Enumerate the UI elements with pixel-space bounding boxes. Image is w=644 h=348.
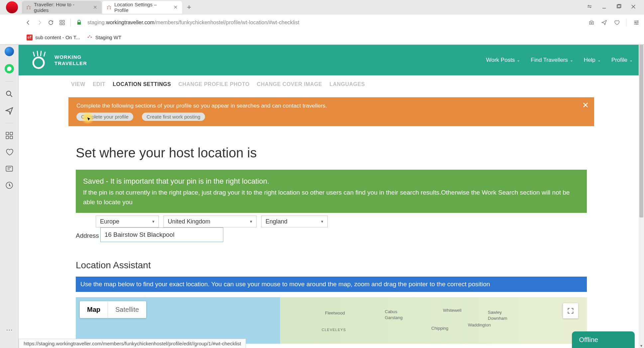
map-place-label: Fleetwood <box>325 310 345 315</box>
flow-icon[interactable] <box>5 106 14 115</box>
heart-icon[interactable] <box>614 19 620 26</box>
speed-dial-icon[interactable] <box>59 20 65 26</box>
chevron-down-icon: ▼ <box>152 219 155 223</box>
page-heading: Set where your host location is <box>76 145 644 160</box>
address-input[interactable] <box>100 227 223 242</box>
map-type-control: Map Satellite <box>80 301 146 318</box>
map-place-label: Whitewell <box>443 308 462 313</box>
map[interactable]: Map Satellite Fleetwood CLEVELEYS Cabus … <box>76 297 587 344</box>
browser-tab[interactable]: Traveller: How to - guides ✕ <box>22 1 102 14</box>
scrollbar-down-icon[interactable]: ▼ <box>639 343 644 348</box>
easy-setup-icon[interactable] <box>633 19 639 26</box>
continent-select[interactable]: Europe▼ <box>96 216 159 227</box>
bookmark-item[interactable]: oT sub content - On T... <box>27 35 80 41</box>
nav-work-posts[interactable]: Work Posts⌄ <box>486 57 520 63</box>
nav-help[interactable]: Help⌄ <box>584 57 601 63</box>
send-icon[interactable] <box>601 19 607 26</box>
history-icon[interactable] <box>5 181 14 190</box>
tab-change-cover[interactable]: CHANGE COVER IMAGE <box>257 81 322 87</box>
tab-languages[interactable]: LANGUAGES <box>329 81 365 87</box>
scrollbar[interactable]: ▼ <box>639 45 644 348</box>
svg-rect-13 <box>6 166 13 171</box>
site-header: WORKING TRAVELLER Work Posts⌄ Find Trave… <box>19 45 644 75</box>
svg-point-8 <box>6 91 11 95</box>
easy-setup-icon[interactable] <box>587 4 592 11</box>
fullscreen-button[interactable] <box>563 303 578 318</box>
page-content: WORKING TRAVELLER Work Posts⌄ Find Trave… <box>19 45 644 348</box>
region-select[interactable]: England▼ <box>261 216 328 227</box>
banner-close-button[interactable]: ✕ <box>582 101 589 110</box>
tab-title: Location Settings – Profile <box>114 2 171 13</box>
tab-location-settings[interactable]: LOCATION SETTINGS <box>113 81 171 87</box>
messenger-icon[interactable] <box>5 47 14 56</box>
chevron-down-icon: ⌄ <box>517 58 520 62</box>
search-icon[interactable] <box>5 90 14 98</box>
site-favicon-icon <box>106 5 112 10</box>
separator <box>6 123 13 123</box>
map-type-map-button[interactable]: Map <box>80 301 108 318</box>
snapshot-icon[interactable] <box>589 19 594 26</box>
nav-profile[interactable]: Profile⌄ <box>611 57 633 63</box>
speed-dial-icon[interactable] <box>5 131 14 140</box>
tab-title: Traveller: How to - guides <box>34 2 90 13</box>
bookmarks-bar: oT sub content - On T... Staging WT <box>0 31 644 44</box>
location-assistant-heading: Location Assistant <box>76 260 644 271</box>
bookmark-label: Staging WT <box>95 35 121 40</box>
map-type-satellite-button[interactable]: Satellite <box>108 301 146 318</box>
more-icon[interactable]: ⋯ <box>6 326 13 334</box>
url-display[interactable]: staging.workingtraveller.com/members/fun… <box>87 20 583 26</box>
bookmark-favicon-icon <box>87 35 93 41</box>
browser-tab-active[interactable]: Location Settings – Profile ✕ <box>102 1 182 14</box>
map-place-label: CLEVELEYS <box>322 328 346 332</box>
nav-forward-button[interactable] <box>37 20 43 26</box>
bookmarks-heart-icon[interactable] <box>5 148 14 156</box>
svg-rect-5 <box>60 23 61 25</box>
status-bar: https://staging.workingtraveller.com/mem… <box>19 339 246 348</box>
whatsapp-icon[interactable] <box>5 64 14 73</box>
svg-rect-11 <box>6 136 9 139</box>
svg-rect-12 <box>10 136 13 139</box>
svg-rect-4 <box>63 20 64 22</box>
nav-find-travellers[interactable]: Find Travellers⌄ <box>531 57 573 63</box>
create-posting-button[interactable]: Create first work posting <box>142 113 205 121</box>
chat-widget[interactable]: Offline <box>572 331 635 348</box>
chevron-down-icon: ⌄ <box>570 58 573 62</box>
tabs-bar: Traveller: How to - guides ✕ Location Se… <box>0 0 644 15</box>
scrollbar-thumb[interactable] <box>639 45 643 218</box>
tab-change-photo[interactable]: CHANGE PROFILE PHOTO <box>178 81 250 87</box>
map-place-label: Cabus <box>385 309 397 314</box>
svg-rect-3 <box>60 20 61 22</box>
bookmark-favicon-icon: oT <box>27 35 33 41</box>
left-sidebar: ⋯ <box>0 45 19 348</box>
chevron-down-icon: ▼ <box>249 219 253 223</box>
tab-edit[interactable]: EDIT <box>93 81 105 87</box>
svg-rect-9 <box>6 132 9 135</box>
address-bar: staging.workingtraveller.com/members/fun… <box>0 15 644 31</box>
svg-rect-10 <box>10 132 13 135</box>
window-controls <box>587 4 644 11</box>
map-instructions: Use the map below to find your exact loc… <box>76 277 587 292</box>
map-place-label: Garstang <box>385 315 402 320</box>
separator <box>6 81 13 82</box>
complete-profile-button[interactable]: Complete your profile <box>76 113 133 121</box>
new-tab-button[interactable]: + <box>185 3 193 12</box>
chevron-down-icon: ⌄ <box>629 58 633 62</box>
bookmark-item[interactable]: Staging WT <box>87 35 121 41</box>
nav-back-button[interactable] <box>25 20 31 26</box>
svg-point-7 <box>591 22 592 24</box>
opera-logo[interactable] <box>6 1 18 13</box>
window-maximize-icon[interactable] <box>616 4 621 11</box>
tab-close-icon[interactable]: ✕ <box>93 4 98 10</box>
tab-view[interactable]: VIEW <box>71 81 85 87</box>
reload-button[interactable] <box>48 20 54 26</box>
window-minimize-icon[interactable] <box>601 4 607 11</box>
svg-rect-0 <box>602 8 606 8</box>
site-logo[interactable]: WORKING TRAVELLER <box>30 50 87 70</box>
news-icon[interactable] <box>5 164 14 173</box>
country-select[interactable]: United Kingdom▼ <box>163 216 257 227</box>
lock-icon[interactable] <box>76 20 82 26</box>
tab-close-icon[interactable]: ✕ <box>173 4 178 10</box>
window-close-icon[interactable] <box>631 4 636 11</box>
site-favicon-icon <box>26 5 31 10</box>
address-label: Address <box>76 232 99 239</box>
